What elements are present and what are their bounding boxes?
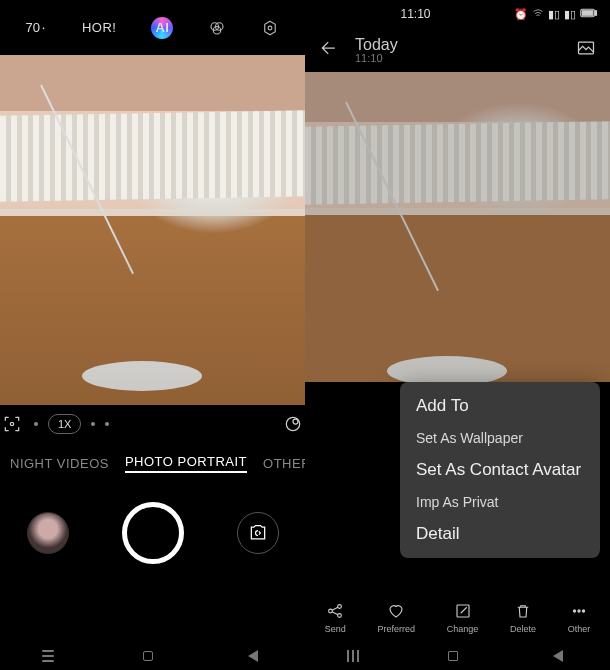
trash-icon [513,601,533,621]
menu-add-to[interactable]: Add To [416,396,584,416]
picture-in-picture-icon[interactable] [576,38,596,62]
menu-detail[interactable]: Detail [416,524,584,544]
camera-viewfinder[interactable] [0,55,305,405]
mode-other[interactable]: OTHER [263,456,305,471]
camera-controls [0,483,305,583]
svg-point-4 [269,26,273,30]
settings-icon[interactable] [261,19,279,37]
effect-icon[interactable] [281,412,305,436]
edit-icon [453,601,473,621]
gallery-header: Today 11:10 [305,28,610,72]
nav-home-icon[interactable] [448,651,458,661]
nav-recent-icon[interactable] [42,655,54,657]
mode-photo[interactable]: PHOTO PORTRAIT [125,454,247,473]
signal-icon: ▮▯ [564,8,576,21]
horizon-label[interactable]: HOR! [82,20,117,35]
camera-top-bar: 70۰ HOR! AI [0,0,305,55]
iso-label[interactable]: 70۰ [26,20,47,35]
action-other[interactable]: Other [568,601,591,634]
back-icon[interactable] [319,38,339,62]
mode-night[interactable]: NIGHT VIDEOS [10,456,109,471]
zoom-dot [34,422,38,426]
gallery-screen: 11:10 ⏰ ▮▯ ▮▯ Today 11:10 [305,0,610,670]
filter-icon[interactable] [208,19,226,37]
zoom-dot [91,422,95,426]
focus-icon[interactable] [0,412,24,436]
lens-row: 1X [0,405,305,443]
svg-point-12 [329,609,333,613]
svg-point-7 [293,419,298,424]
status-bar: 11:10 ⏰ ▮▯ ▮▯ [305,0,610,28]
menu-set-contact-avatar[interactable]: Set As Contact Avatar [416,460,584,480]
gallery-thumbnail[interactable] [27,512,69,554]
svg-marker-3 [265,21,276,35]
share-icon [325,601,345,621]
android-navbar [0,642,305,670]
action-preferred[interactable]: Preferred [378,601,416,634]
nav-home-icon[interactable] [143,651,153,661]
photo-view[interactable] [305,72,610,382]
status-icons: ⏰ ▮▯ ▮▯ [514,7,598,21]
zoom-pill[interactable]: 1X [48,414,81,434]
battery-icon [580,8,598,20]
svg-point-14 [338,614,342,618]
ai-icon[interactable]: AI [151,17,173,39]
menu-set-wallpaper[interactable]: Set As Wallpaper [416,430,584,446]
more-icon [569,601,589,621]
svg-point-5 [10,422,13,425]
action-change[interactable]: Change [447,601,479,634]
context-menu: Add To Set As Wallpaper Set As Contact A… [400,382,600,558]
menu-set-private[interactable]: Imp As Privat [416,494,584,510]
action-delete[interactable]: Delete [510,601,536,634]
camera-switch-button[interactable] [237,512,279,554]
svg-point-13 [338,605,342,609]
svg-rect-10 [582,11,593,16]
camera-screen: 70۰ HOR! AI 1X NIGHT VIDEOS PHOTO PORTRA… [0,0,305,670]
svg-point-16 [573,610,575,612]
wifi-icon [532,7,544,21]
zoom-dot [105,422,109,426]
gallery-actions: Send Preferred Change Delete Other [305,595,610,640]
android-navbar [305,642,610,670]
nav-back-icon[interactable] [248,650,258,662]
nav-back-icon[interactable] [553,650,563,662]
shutter-button[interactable] [122,502,184,564]
svg-point-18 [582,610,584,612]
svg-point-17 [578,610,580,612]
heart-icon [386,601,406,621]
signal-icon: ▮▯ [548,8,560,21]
svg-rect-9 [595,11,597,16]
nav-recent-icon[interactable] [352,650,354,662]
action-send[interactable]: Send [325,601,346,634]
status-time: 11:10 [400,7,430,21]
alarm-icon: ⏰ [514,8,528,21]
camera-modes[interactable]: NIGHT VIDEOS PHOTO PORTRAIT OTHER [0,443,305,483]
